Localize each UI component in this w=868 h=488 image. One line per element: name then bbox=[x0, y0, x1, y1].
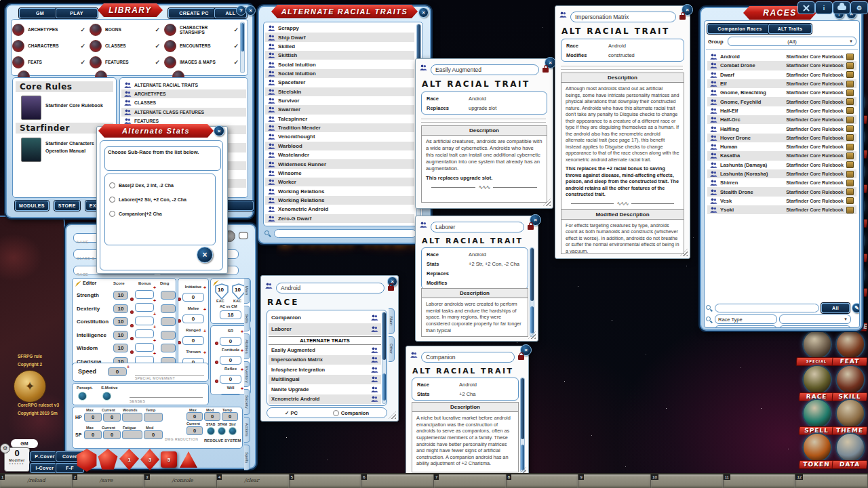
party-sheet-button[interactable]: i bbox=[815, 1, 833, 14]
die-d6[interactable]: 5 bbox=[161, 451, 177, 468]
alt-trait-link[interactable]: Social Intuition bbox=[265, 60, 414, 68]
race-link[interactable]: Half-OrcStarfinder Core Rulebook bbox=[707, 115, 856, 124]
alt-trait-link[interactable]: Steelskin bbox=[265, 87, 414, 96]
race-name-field[interactable]: Android bbox=[276, 283, 384, 293]
edit-icon[interactable]: ✎ bbox=[852, 303, 860, 313]
race-window[interactable]: × Android RACE MainOther CompanionLabore… bbox=[260, 275, 399, 422]
alt-trait-link[interactable]: Spacefarer bbox=[265, 78, 414, 87]
hotkey-slot-5[interactable]: 5 bbox=[290, 474, 362, 488]
trait-name-field[interactable]: Impersonation Matrix bbox=[570, 12, 676, 22]
ability-dmg-field[interactable] bbox=[161, 291, 176, 300]
stat-value-field[interactable]: 0 bbox=[220, 356, 241, 365]
sidebar-button-art[interactable] bbox=[835, 432, 865, 462]
library-category-link[interactable]: ALTERNATE RACIAL TRAITS bbox=[121, 81, 246, 89]
race-link[interactable]: Gnome, BleachlingStarfinder Core Ruleboo… bbox=[707, 88, 856, 97]
ac-vs-cm-value[interactable]: 18 bbox=[220, 310, 241, 319]
subrace-link[interactable]: Laborer bbox=[269, 323, 381, 335]
hotkey-slot-12[interactable]: 12 bbox=[795, 474, 868, 488]
race-link[interactable]: YsokiStarfinder Core Rulebook bbox=[707, 205, 856, 214]
core-rulebook-label[interactable]: Starfinder Core Rulebook bbox=[45, 102, 112, 110]
race-link[interactable]: Combat DroneStarfinder Core Rulebook bbox=[707, 61, 856, 70]
stat-value-field[interactable]: 0 bbox=[220, 337, 241, 346]
easily-augmented-card[interactable]: × Easily Augmented ALT RACIAL TRAIT Race… bbox=[415, 58, 553, 209]
sidebar-button-art[interactable] bbox=[802, 365, 832, 394]
races-window[interactable]: RACES ? × Companion Races ALT Traits Gro… bbox=[700, 7, 863, 331]
scrollbar[interactable] bbox=[382, 312, 387, 404]
impersonation-matrix-card[interactable]: × Impersonation Matrix ALT RACIAL TRAIT … bbox=[555, 5, 690, 259]
resolve-max-field[interactable]: 0 bbox=[186, 412, 203, 421]
hotkey-slot-2[interactable]: 2/save bbox=[73, 474, 145, 488]
sheet-tab-inventory[interactable]: Inventory bbox=[244, 361, 250, 387]
alt-trait-link[interactable]: Scrappy bbox=[265, 24, 414, 33]
library-module-toggle[interactable]: ARCHETYPES✓ bbox=[12, 22, 90, 38]
type-filter-dropdown[interactable]: ▼ bbox=[779, 325, 851, 328]
hotkey-slot-4[interactable]: 4/clear bbox=[217, 474, 290, 488]
scrollbar-thumb[interactable] bbox=[530, 248, 534, 301]
sidebar-button-token[interactable]: TOKEN bbox=[799, 460, 835, 469]
senses-line[interactable] bbox=[130, 388, 203, 398]
library-module-toggle[interactable]: CLASSES✓ bbox=[90, 38, 164, 54]
alt-trait-link[interactable]: Zero-G Dwarf bbox=[265, 214, 414, 223]
races-search-input[interactable] bbox=[715, 304, 819, 312]
library-module-toggle[interactable]: BOONS✓ bbox=[90, 22, 164, 38]
race-alt-trait-link[interactable]: Easily Augmented bbox=[269, 345, 381, 355]
sheet-tab-society[interactable]: Society bbox=[244, 389, 250, 415]
ability-score-field[interactable]: 10 bbox=[113, 291, 128, 300]
kac-value[interactable]: 10 bbox=[235, 287, 241, 293]
race-link[interactable]: ShirrenStarfinder Core Rulebook bbox=[707, 178, 856, 187]
alt-traits-tab[interactable]: ALT Traits bbox=[768, 24, 812, 34]
sp-mod-field[interactable]: 0 bbox=[144, 430, 163, 439]
laborer-card[interactable]: × Laborer ALT RACIAL TRAIT RaceAndroidSt… bbox=[415, 216, 538, 342]
perception-button[interactable] bbox=[78, 392, 87, 401]
stat-value-field[interactable]: 0 bbox=[182, 314, 204, 323]
radio-icon[interactable] bbox=[109, 211, 115, 217]
library-modules-button[interactable]: MODULES bbox=[15, 201, 49, 211]
alt-trait-link[interactable]: Working Relations bbox=[265, 196, 414, 205]
hotkey-slot-6[interactable]: 6 bbox=[361, 474, 434, 488]
close-icon[interactable]: × bbox=[214, 125, 224, 136]
sheet-tab-actions[interactable]: Actions bbox=[244, 417, 250, 443]
alt-trait-link[interactable]: Wastelander bbox=[265, 150, 414, 159]
alternate-stats-dialog[interactable]: Alternate Stats × Choose Sub-Race from t… bbox=[96, 126, 228, 274]
pc-checkbox[interactable]: ✓ PC bbox=[285, 410, 298, 416]
special-movement-line[interactable] bbox=[135, 367, 204, 376]
library-module-toggle[interactable]: IMAGES & MAPS✓ bbox=[164, 54, 243, 70]
sp-fatigue-field[interactable] bbox=[122, 430, 142, 439]
subrace-option[interactable]: Base|2 Dex, 2 Int, -2 Cha bbox=[105, 178, 215, 192]
record-tab-other[interactable]: Other bbox=[389, 336, 395, 362]
scrollbar[interactable] bbox=[240, 22, 245, 73]
trait-name-field[interactable]: Companion bbox=[421, 352, 515, 363]
ability-bonus-field[interactable] bbox=[135, 290, 154, 299]
alt-trait-link[interactable]: Venomthought bbox=[265, 132, 414, 141]
ability-bonus-field[interactable] bbox=[135, 317, 154, 325]
library-module-toggle[interactable]: CHARACTERS✓ bbox=[12, 38, 90, 54]
race-link[interactable]: Lashunta (Korasha)Starfinder Core Rulebo… bbox=[707, 169, 856, 178]
sidebar-button-data[interactable]: DATA bbox=[832, 460, 868, 469]
library-module-toggle[interactable]: FEATURES✓ bbox=[90, 54, 164, 70]
companion-radio[interactable]: Companion bbox=[333, 410, 369, 416]
type-filter-label[interactable]: Type bbox=[715, 325, 777, 328]
library-module-toggle[interactable]: ENCOUNTERS✓ bbox=[164, 38, 243, 54]
library-category-link[interactable]: CLASSES bbox=[121, 98, 246, 107]
race-alt-trait-link[interactable]: Multilingual bbox=[269, 375, 381, 385]
ability-dmg-field[interactable] bbox=[161, 331, 176, 340]
speed-value[interactable]: 0 bbox=[108, 367, 127, 376]
sidebar-button-art[interactable] bbox=[835, 365, 865, 394]
alt-trait-link[interactable]: Swarmer bbox=[265, 105, 414, 114]
scrollbar-thumb[interactable] bbox=[521, 445, 524, 470]
alt-trait-link[interactable]: Warblood bbox=[265, 142, 414, 150]
sheet-tab-main[interactable]: Main bbox=[244, 278, 250, 304]
chat-bubble-icon[interactable] bbox=[239, 232, 248, 239]
stat-value-field[interactable]: 0 bbox=[220, 394, 241, 395]
race-alt-trait-link[interactable]: Nanite Upgrade bbox=[269, 384, 381, 394]
ability-score-field[interactable]: 10 bbox=[113, 317, 128, 326]
gm-tab[interactable]: GM bbox=[19, 8, 61, 18]
companion-races-tab[interactable]: Companion Races bbox=[707, 24, 772, 34]
combat-tracker-button[interactable] bbox=[797, 1, 815, 14]
ability-score-field[interactable]: 10 bbox=[113, 331, 128, 340]
sheet-tab-spells[interactable]: Spells bbox=[244, 445, 250, 470]
race-link[interactable]: Hover DroneStarfinder Core Rulebook bbox=[707, 134, 856, 142]
race-link[interactable]: Half-ElfStarfinder Core Rulebook bbox=[707, 106, 856, 115]
race-alt-trait-link[interactable]: Xenometric Android bbox=[269, 394, 381, 405]
race-link[interactable]: HalflingStarfinder Core Rulebook bbox=[707, 124, 856, 133]
